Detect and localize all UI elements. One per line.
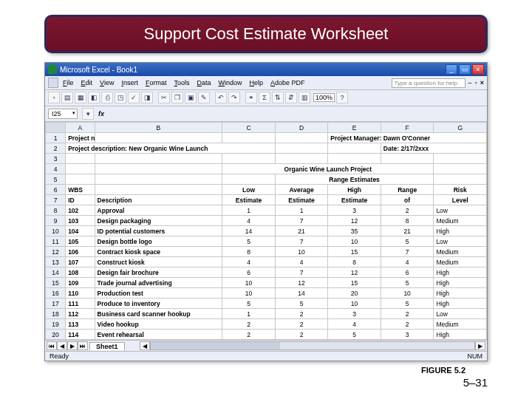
select-all-corner[interactable] bbox=[46, 123, 66, 133]
cell[interactable]: 113 bbox=[66, 319, 95, 330]
cell[interactable]: 102 bbox=[66, 205, 95, 216]
row-header[interactable]: 6 bbox=[46, 185, 66, 195]
menu-insert[interactable]: Insert bbox=[117, 78, 142, 87]
fx-label[interactable]: fx bbox=[98, 110, 104, 117]
row-header[interactable]: 14 bbox=[46, 267, 66, 278]
cell[interactable]: 35 bbox=[328, 226, 381, 236]
undo-icon[interactable]: ↶ bbox=[215, 92, 227, 103]
cell[interactable]: High bbox=[434, 226, 487, 236]
permission-icon[interactable]: ◧ bbox=[88, 92, 100, 103]
cell[interactable]: Average bbox=[275, 185, 328, 195]
row-header[interactable]: 17 bbox=[46, 299, 66, 309]
cell[interactable]: 4 bbox=[222, 216, 276, 226]
scroll-right-icon[interactable]: ▶ bbox=[475, 341, 485, 350]
cell[interactable]: 112 bbox=[66, 309, 95, 319]
tab-nav-last-icon[interactable]: ⏭ bbox=[78, 341, 88, 350]
col-header-B[interactable]: B bbox=[95, 123, 222, 133]
row-header[interactable]: 15 bbox=[46, 278, 66, 288]
row-header[interactable]: 18 bbox=[46, 309, 66, 319]
save-icon[interactable]: ▦ bbox=[75, 92, 86, 103]
cell[interactable]: 2 bbox=[381, 205, 434, 216]
cell[interactable]: High bbox=[434, 299, 487, 309]
cell[interactable]: 21 bbox=[275, 226, 328, 236]
cell[interactable]: 5 bbox=[222, 299, 276, 309]
horizontal-scrollbar[interactable]: ◀ ▶ bbox=[140, 341, 485, 350]
cell[interactable]: of bbox=[381, 195, 434, 205]
cell[interactable]: 8 bbox=[222, 247, 276, 257]
cell[interactable] bbox=[328, 143, 381, 154]
cell[interactable] bbox=[275, 143, 328, 154]
cell[interactable]: 7 bbox=[275, 267, 328, 278]
cell[interactable]: Produce to inventory bbox=[95, 299, 222, 309]
cell[interactable]: 111 bbox=[66, 299, 95, 309]
cell[interactable]: 5 bbox=[328, 330, 381, 340]
row-header[interactable]: 9 bbox=[46, 216, 66, 226]
cell[interactable]: 12 bbox=[275, 278, 328, 288]
row-header[interactable]: 12 bbox=[46, 247, 66, 257]
cell[interactable]: 2 bbox=[275, 309, 328, 319]
cell[interactable]: High bbox=[434, 267, 487, 278]
cell[interactable]: 108 bbox=[66, 267, 95, 278]
minimize-button[interactable]: _ bbox=[446, 64, 457, 75]
cell[interactable]: Level bbox=[434, 195, 487, 205]
sort-desc-icon[interactable]: ⇵ bbox=[285, 92, 297, 103]
cell[interactable] bbox=[222, 133, 276, 143]
cell[interactable]: Medium bbox=[434, 319, 487, 330]
row-header[interactable]: 8 bbox=[46, 205, 66, 216]
row-header[interactable]: 11 bbox=[46, 236, 66, 247]
cell[interactable]: 10 bbox=[328, 236, 381, 247]
cell[interactable] bbox=[66, 174, 95, 185]
cell[interactable]: Medium bbox=[434, 257, 487, 267]
cell[interactable]: High bbox=[434, 278, 487, 288]
cell[interactable]: 6 bbox=[222, 267, 276, 278]
cell[interactable]: 114 bbox=[66, 330, 95, 340]
menu-window[interactable]: Window bbox=[214, 78, 245, 87]
tab-nav-first-icon[interactable]: ⏮ bbox=[47, 341, 57, 350]
cell[interactable]: Low bbox=[222, 185, 276, 195]
spreadsheet-grid[interactable]: ABCDEFG 1Project number: 18Project Manag… bbox=[45, 122, 487, 340]
cut-icon[interactable]: ✂ bbox=[158, 92, 170, 103]
cell[interactable]: 5 bbox=[381, 236, 434, 247]
cell[interactable]: Design packaging bbox=[95, 216, 222, 226]
col-header-C[interactable]: C bbox=[222, 123, 276, 133]
row-header[interactable]: 20 bbox=[46, 330, 66, 340]
cell[interactable]: 3 bbox=[328, 309, 381, 319]
zoom-box[interactable]: 100% bbox=[313, 93, 335, 102]
cell[interactable]: 4 bbox=[381, 257, 434, 267]
cell[interactable]: 10 bbox=[275, 247, 328, 257]
cell[interactable]: High bbox=[434, 288, 487, 299]
menu-tools[interactable]: Tools bbox=[170, 78, 193, 87]
cell[interactable] bbox=[66, 154, 95, 164]
cell[interactable] bbox=[222, 174, 276, 185]
row-header[interactable]: 5 bbox=[46, 174, 66, 185]
cell[interactable]: 109 bbox=[66, 278, 95, 288]
cell[interactable]: 5 bbox=[381, 299, 434, 309]
menu-file[interactable]: File bbox=[59, 78, 78, 87]
cell[interactable]: Range bbox=[381, 185, 434, 195]
cell[interactable] bbox=[95, 154, 222, 164]
row-header[interactable]: 4 bbox=[46, 164, 66, 174]
cell[interactable]: Low bbox=[434, 309, 487, 319]
cell[interactable]: 5 bbox=[275, 299, 328, 309]
menu-adobe-pdf[interactable]: Adobe PDF bbox=[267, 78, 309, 87]
cell[interactable]: ID potential customers bbox=[95, 226, 222, 236]
cell[interactable]: High bbox=[434, 330, 487, 340]
cell[interactable]: 10 bbox=[222, 288, 276, 299]
cell[interactable]: 105 bbox=[66, 236, 95, 247]
copy-icon[interactable]: ❐ bbox=[171, 92, 183, 103]
paste-icon[interactable]: ▣ bbox=[185, 92, 197, 103]
cell[interactable]: 10 bbox=[328, 299, 381, 309]
cell[interactable]: Project description: New Organic Wine La… bbox=[66, 143, 276, 154]
cell[interactable]: 15 bbox=[328, 247, 381, 257]
cell[interactable]: 10 bbox=[222, 278, 276, 288]
menu-restore[interactable]: ▫ bbox=[475, 79, 477, 86]
row-header[interactable]: 1 bbox=[46, 133, 66, 143]
col-header-A[interactable]: A bbox=[66, 123, 95, 133]
sort-asc-icon[interactable]: ⇅ bbox=[272, 92, 284, 103]
autosum-icon[interactable]: Σ bbox=[259, 92, 270, 103]
row-header[interactable]: 19 bbox=[46, 319, 66, 330]
cell[interactable]: 103 bbox=[66, 216, 95, 226]
cell[interactable]: 2 bbox=[275, 319, 328, 330]
menu-format[interactable]: Format bbox=[142, 78, 171, 87]
cell[interactable]: Video hookup bbox=[95, 319, 222, 330]
